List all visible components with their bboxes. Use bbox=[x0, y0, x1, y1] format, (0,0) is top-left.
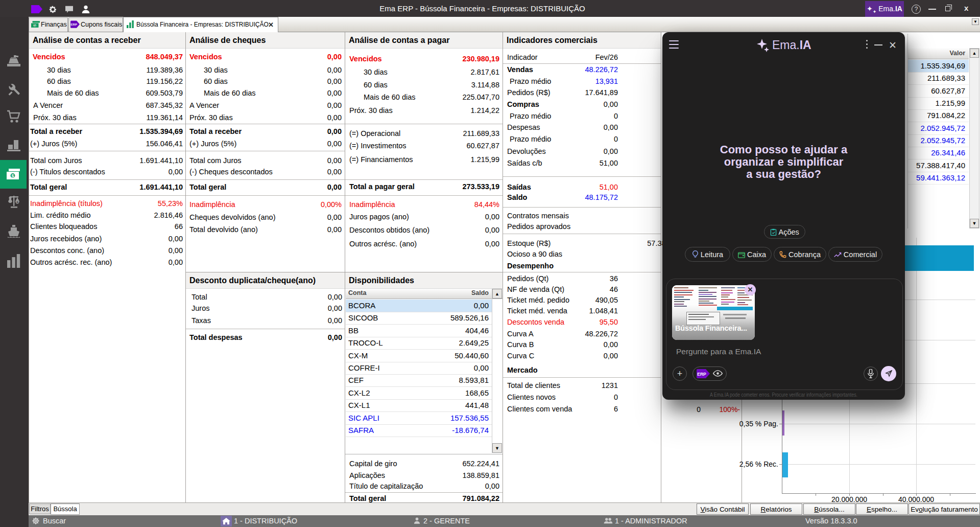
svg-text:+: + bbox=[16, 200, 19, 204]
svg-text:$: $ bbox=[34, 24, 36, 28]
svg-text:ERP: ERP bbox=[71, 23, 77, 26]
svg-text:$: $ bbox=[11, 173, 14, 178]
svg-text:ERP: ERP bbox=[697, 372, 706, 377]
